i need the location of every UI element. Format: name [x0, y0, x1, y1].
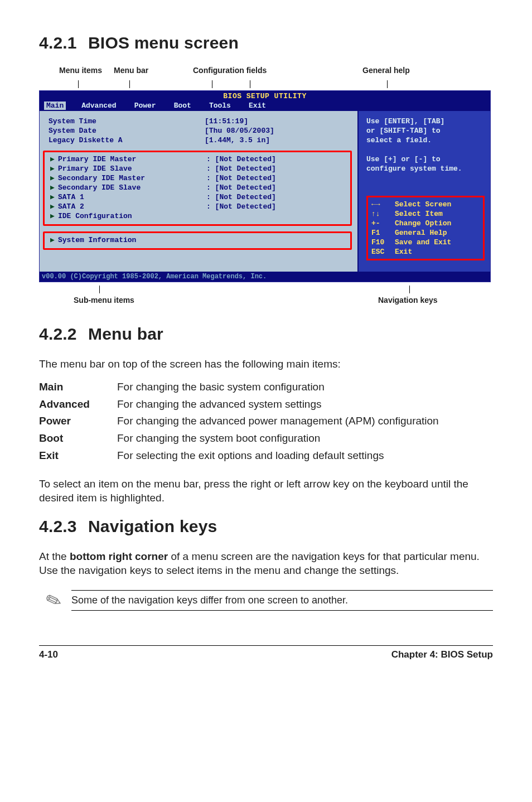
bios-row[interactable]: ▶Primary IDE Master: [Not Detected]: [45, 154, 350, 164]
table-key: Boot: [39, 430, 117, 447]
help-key-row: F1General Help: [371, 228, 480, 238]
submenu-icon: ▶: [50, 211, 58, 221]
paragraph: To select an item on the menu bar, press…: [39, 477, 493, 505]
table-key: Main: [39, 379, 117, 396]
bios-row-label: Primary IDE Master: [58, 154, 206, 164]
bios-row-label: System Information: [58, 235, 206, 245]
label-menu-bar: Menu bar: [114, 66, 148, 75]
bios-help-line: configure system time.: [366, 164, 485, 173]
submenu-icon: ▶: [50, 173, 58, 183]
bios-title: BIOS SETUP UTILITY: [40, 91, 490, 101]
bios-help-line: select a field.: [366, 136, 485, 145]
help-key-desc: General Help: [395, 228, 447, 238]
help-key-row: ↑↓Select Item: [371, 209, 480, 219]
bios-row[interactable]: ▶SATA 1: [Not Detected]: [45, 192, 350, 202]
bios-row-label: IDE Configuration: [58, 211, 206, 221]
bios-tab-advanced[interactable]: Advanced: [79, 102, 118, 110]
bios-row-label: System Date: [49, 126, 205, 136]
table-row: BootFor changing the system boot configu…: [39, 430, 493, 447]
page-footer: 4-10 Chapter 4: BIOS Setup: [39, 645, 493, 660]
bios-row[interactable]: System Date [Thu 08/05/2003]: [40, 126, 357, 136]
bios-row[interactable]: ▶SATA 2: [Not Detected]: [45, 202, 350, 211]
bios-row[interactable]: Legacy Diskette A [1.44M, 3.5 in]: [40, 136, 357, 145]
bios-tab-boot[interactable]: Boot: [172, 102, 194, 110]
bios-row-label: SATA 1: [58, 192, 206, 202]
bios-row[interactable]: ▶Secondary IDE Slave: [Not Detected]: [45, 183, 350, 192]
help-key: ↑↓: [371, 209, 395, 219]
bios-tab-power[interactable]: Power: [132, 102, 158, 110]
bios-row-value: [11:51:19]: [205, 117, 248, 126]
table-val: For selecting the exit options and loadi…: [117, 447, 493, 465]
bios-menubar: Main Advanced Power Boot Tools Exit: [40, 101, 490, 111]
bios-row-label: System Time: [49, 117, 205, 126]
help-key-desc: Select Item: [395, 209, 443, 219]
bios-row-label: Legacy Diskette A: [49, 136, 205, 145]
bios-help-line: Use [ENTER], [TAB]: [366, 117, 485, 126]
bios-tab-main[interactable]: Main: [44, 102, 66, 110]
help-key-row: F10Save and Exit: [371, 238, 480, 247]
bios-row-value: : [Not Detected]: [206, 192, 276, 202]
bios-row-value: : [Not Detected]: [206, 173, 276, 183]
help-key: ESC: [371, 247, 395, 257]
bios-row[interactable]: ▶Secondary IDE Master: [Not Detected]: [45, 173, 350, 183]
bios-help-keys-box: ←→Select Screen ↑↓Select Item +-Change O…: [366, 196, 485, 260]
heading-423-title: Navigation keys: [88, 517, 217, 535]
bios-row[interactable]: ▶Primary IDE Slave: [Not Detected]: [45, 164, 350, 173]
help-key: ←→: [371, 200, 395, 209]
table-val: For changing the system boot configurati…: [117, 430, 493, 447]
paragraph: At the bottom right corner of a menu scr…: [39, 549, 493, 577]
help-key-desc: Save and Exit: [395, 238, 451, 247]
help-key-desc: Exit: [395, 247, 412, 257]
table-val: For changing the advanced system setting…: [117, 396, 493, 413]
bios-tab-exit[interactable]: Exit: [246, 102, 268, 110]
bios-row-label: Secondary IDE Slave: [58, 183, 206, 192]
text-bold: bottom right corner: [70, 550, 168, 562]
bios-help-line: Use [+] or [-] to: [366, 154, 485, 164]
submenu-icon: ▶: [50, 154, 58, 164]
label-sub-menu: Sub-menu items: [74, 296, 134, 305]
help-key-desc: Change Option: [395, 219, 451, 228]
heading-421: 4.2.1BIOS menu screen: [39, 33, 493, 52]
bios-row-label: SATA 2: [58, 202, 206, 211]
bios-tab-tools[interactable]: Tools: [207, 102, 233, 110]
bios-group-submenu-1: ▶Primary IDE Master: [Not Detected] ▶Pri…: [43, 151, 352, 226]
bios-footer: v00.00 (C)Copyright 1985-2002, American …: [40, 272, 490, 282]
table-row: AdvancedFor changing the advanced system…: [39, 396, 493, 413]
bios-row-value: [Thu 08/05/2003]: [205, 126, 274, 136]
menu-desc-table: MainFor changing the basic system config…: [39, 379, 493, 464]
diagram-top-labels: Menu items Menu bar Configuration fields…: [40, 66, 493, 80]
table-row: ExitFor selecting the exit options and l…: [39, 447, 493, 465]
heading-421-num: 4.2.1: [39, 33, 88, 52]
bios-row-label: Primary IDE Slave: [58, 164, 206, 173]
bios-row[interactable]: System Time [11:51:19]: [40, 117, 357, 126]
note-text: Some of the navigation keys differ from …: [71, 590, 493, 611]
chapter-title: Chapter 4: BIOS Setup: [391, 649, 493, 660]
heading-422-num: 4.2.2: [39, 325, 88, 344]
bios-row-value: : [Not Detected]: [206, 202, 276, 211]
bios-row-value: [1.44M, 3.5 in]: [205, 136, 270, 145]
label-menu-items: Menu items: [59, 66, 102, 75]
heading-422: 4.2.2Menu bar: [39, 325, 493, 344]
label-nav-keys: Navigation keys: [378, 296, 438, 305]
table-val: For changing the basic system configurat…: [117, 379, 493, 396]
help-key-row: ←→Select Screen: [371, 200, 480, 209]
submenu-icon: ▶: [50, 164, 58, 173]
submenu-icon: ▶: [50, 235, 58, 245]
bios-left-pane: System Time [11:51:19] System Date [Thu …: [40, 111, 359, 272]
submenu-icon: ▶: [50, 192, 58, 202]
bios-row[interactable]: ▶IDE Configuration: [45, 211, 350, 221]
bios-window: BIOS SETUP UTILITY Main Advanced Power B…: [39, 90, 491, 282]
page-number: 4-10: [39, 649, 58, 660]
help-key-row: ESCExit: [371, 247, 480, 257]
bios-row[interactable]: ▶System Information: [45, 235, 350, 245]
paragraph: The menu bar on top of the screen has th…: [39, 357, 493, 371]
table-row: MainFor changing the basic system config…: [39, 379, 493, 396]
heading-423: 4.2.3Navigation keys: [39, 517, 493, 536]
label-config-fields: Configuration fields: [193, 66, 267, 75]
submenu-icon: ▶: [50, 202, 58, 211]
help-key: +-: [371, 219, 395, 228]
heading-422-title: Menu bar: [88, 325, 163, 343]
pencil-icon: ✎: [42, 587, 65, 613]
help-key: F1: [371, 228, 395, 238]
help-key-desc: Select Screen: [395, 200, 451, 209]
